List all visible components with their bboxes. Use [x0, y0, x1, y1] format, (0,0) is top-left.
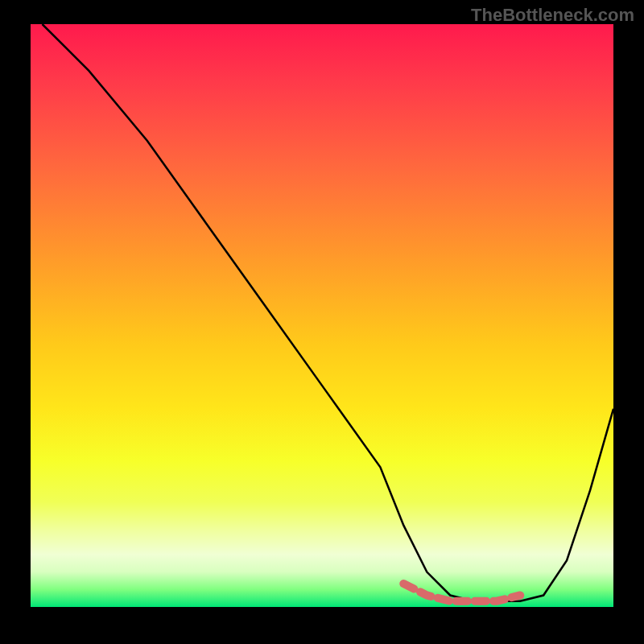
highlight-segment	[403, 584, 520, 601]
chart-svg	[31, 24, 613, 607]
watermark-text: TheBottleneck.com	[471, 5, 634, 26]
chart-plot-area	[31, 24, 613, 607]
curve-line	[42, 24, 613, 601]
